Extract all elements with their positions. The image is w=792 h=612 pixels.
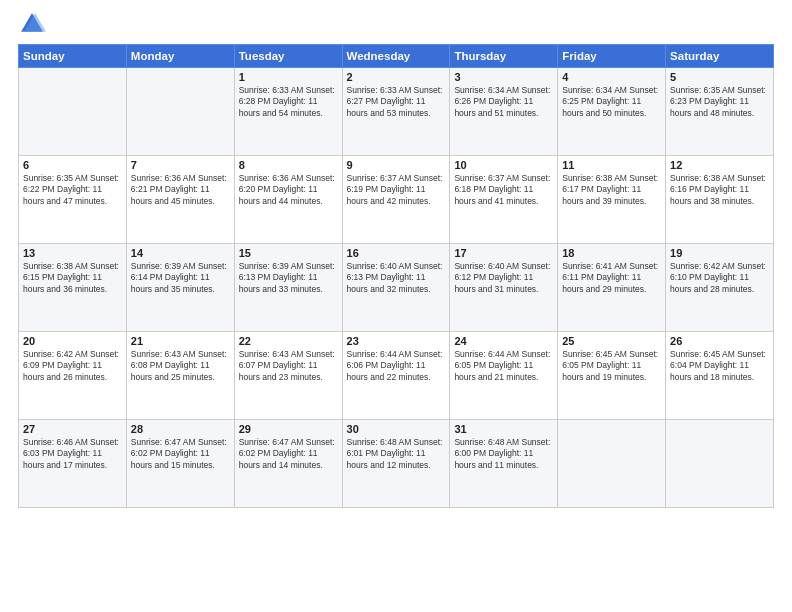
day-number: 30 [347, 423, 446, 435]
day-detail: Sunrise: 6:47 AM Sunset: 6:02 PM Dayligh… [131, 437, 230, 471]
cell-w3-d4: 16Sunrise: 6:40 AM Sunset: 6:13 PM Dayli… [342, 244, 450, 332]
day-number: 11 [562, 159, 661, 171]
day-number: 26 [670, 335, 769, 347]
cell-w5-d4: 30Sunrise: 6:48 AM Sunset: 6:01 PM Dayli… [342, 420, 450, 508]
cell-w5-d6 [558, 420, 666, 508]
day-number: 23 [347, 335, 446, 347]
cell-w3-d1: 13Sunrise: 6:38 AM Sunset: 6:15 PM Dayli… [19, 244, 127, 332]
day-detail: Sunrise: 6:34 AM Sunset: 6:26 PM Dayligh… [454, 85, 553, 119]
cell-w5-d1: 27Sunrise: 6:46 AM Sunset: 6:03 PM Dayli… [19, 420, 127, 508]
day-number: 8 [239, 159, 338, 171]
day-number: 20 [23, 335, 122, 347]
day-detail: Sunrise: 6:35 AM Sunset: 6:23 PM Dayligh… [670, 85, 769, 119]
col-header-thursday: Thursday [450, 45, 558, 68]
day-detail: Sunrise: 6:42 AM Sunset: 6:09 PM Dayligh… [23, 349, 122, 383]
day-number: 14 [131, 247, 230, 259]
day-detail: Sunrise: 6:40 AM Sunset: 6:12 PM Dayligh… [454, 261, 553, 295]
cell-w2-d5: 10Sunrise: 6:37 AM Sunset: 6:18 PM Dayli… [450, 156, 558, 244]
day-detail: Sunrise: 6:36 AM Sunset: 6:20 PM Dayligh… [239, 173, 338, 207]
cell-w1-d3: 1Sunrise: 6:33 AM Sunset: 6:28 PM Daylig… [234, 68, 342, 156]
cell-w3-d6: 18Sunrise: 6:41 AM Sunset: 6:11 PM Dayli… [558, 244, 666, 332]
cell-w4-d4: 23Sunrise: 6:44 AM Sunset: 6:06 PM Dayli… [342, 332, 450, 420]
header [18, 10, 774, 38]
day-number: 5 [670, 71, 769, 83]
day-number: 1 [239, 71, 338, 83]
day-detail: Sunrise: 6:36 AM Sunset: 6:21 PM Dayligh… [131, 173, 230, 207]
day-number: 21 [131, 335, 230, 347]
day-number: 15 [239, 247, 338, 259]
week-row-1: 1Sunrise: 6:33 AM Sunset: 6:28 PM Daylig… [19, 68, 774, 156]
calendar-table: SundayMondayTuesdayWednesdayThursdayFrid… [18, 44, 774, 508]
day-number: 17 [454, 247, 553, 259]
day-detail: Sunrise: 6:34 AM Sunset: 6:25 PM Dayligh… [562, 85, 661, 119]
cell-w2-d7: 12Sunrise: 6:38 AM Sunset: 6:16 PM Dayli… [666, 156, 774, 244]
col-header-friday: Friday [558, 45, 666, 68]
day-number: 29 [239, 423, 338, 435]
day-number: 4 [562, 71, 661, 83]
cell-w5-d3: 29Sunrise: 6:47 AM Sunset: 6:02 PM Dayli… [234, 420, 342, 508]
cell-w1-d5: 3Sunrise: 6:34 AM Sunset: 6:26 PM Daylig… [450, 68, 558, 156]
day-number: 12 [670, 159, 769, 171]
day-detail: Sunrise: 6:33 AM Sunset: 6:27 PM Dayligh… [347, 85, 446, 119]
header-row: SundayMondayTuesdayWednesdayThursdayFrid… [19, 45, 774, 68]
cell-w2-d4: 9Sunrise: 6:37 AM Sunset: 6:19 PM Daylig… [342, 156, 450, 244]
week-row-5: 27Sunrise: 6:46 AM Sunset: 6:03 PM Dayli… [19, 420, 774, 508]
day-detail: Sunrise: 6:39 AM Sunset: 6:13 PM Dayligh… [239, 261, 338, 295]
day-detail: Sunrise: 6:47 AM Sunset: 6:02 PM Dayligh… [239, 437, 338, 471]
col-header-saturday: Saturday [666, 45, 774, 68]
day-number: 9 [347, 159, 446, 171]
cell-w1-d1 [19, 68, 127, 156]
cell-w4-d5: 24Sunrise: 6:44 AM Sunset: 6:05 PM Dayli… [450, 332, 558, 420]
day-number: 3 [454, 71, 553, 83]
col-header-wednesday: Wednesday [342, 45, 450, 68]
day-detail: Sunrise: 6:44 AM Sunset: 6:06 PM Dayligh… [347, 349, 446, 383]
day-detail: Sunrise: 6:45 AM Sunset: 6:05 PM Dayligh… [562, 349, 661, 383]
day-detail: Sunrise: 6:43 AM Sunset: 6:08 PM Dayligh… [131, 349, 230, 383]
cell-w3-d7: 19Sunrise: 6:42 AM Sunset: 6:10 PM Dayli… [666, 244, 774, 332]
day-detail: Sunrise: 6:48 AM Sunset: 6:01 PM Dayligh… [347, 437, 446, 471]
col-header-tuesday: Tuesday [234, 45, 342, 68]
day-detail: Sunrise: 6:46 AM Sunset: 6:03 PM Dayligh… [23, 437, 122, 471]
week-row-4: 20Sunrise: 6:42 AM Sunset: 6:09 PM Dayli… [19, 332, 774, 420]
cell-w5-d2: 28Sunrise: 6:47 AM Sunset: 6:02 PM Dayli… [126, 420, 234, 508]
col-header-sunday: Sunday [19, 45, 127, 68]
col-header-monday: Monday [126, 45, 234, 68]
cell-w2-d6: 11Sunrise: 6:38 AM Sunset: 6:17 PM Dayli… [558, 156, 666, 244]
day-detail: Sunrise: 6:38 AM Sunset: 6:16 PM Dayligh… [670, 173, 769, 207]
day-detail: Sunrise: 6:41 AM Sunset: 6:11 PM Dayligh… [562, 261, 661, 295]
day-detail: Sunrise: 6:38 AM Sunset: 6:17 PM Dayligh… [562, 173, 661, 207]
cell-w2-d1: 6Sunrise: 6:35 AM Sunset: 6:22 PM Daylig… [19, 156, 127, 244]
day-detail: Sunrise: 6:33 AM Sunset: 6:28 PM Dayligh… [239, 85, 338, 119]
cell-w1-d7: 5Sunrise: 6:35 AM Sunset: 6:23 PM Daylig… [666, 68, 774, 156]
day-detail: Sunrise: 6:37 AM Sunset: 6:18 PM Dayligh… [454, 173, 553, 207]
day-number: 24 [454, 335, 553, 347]
day-number: 10 [454, 159, 553, 171]
day-number: 27 [23, 423, 122, 435]
week-row-3: 13Sunrise: 6:38 AM Sunset: 6:15 PM Dayli… [19, 244, 774, 332]
cell-w2-d3: 8Sunrise: 6:36 AM Sunset: 6:20 PM Daylig… [234, 156, 342, 244]
cell-w3-d3: 15Sunrise: 6:39 AM Sunset: 6:13 PM Dayli… [234, 244, 342, 332]
logo [18, 10, 50, 38]
cell-w2-d2: 7Sunrise: 6:36 AM Sunset: 6:21 PM Daylig… [126, 156, 234, 244]
cell-w3-d2: 14Sunrise: 6:39 AM Sunset: 6:14 PM Dayli… [126, 244, 234, 332]
day-detail: Sunrise: 6:45 AM Sunset: 6:04 PM Dayligh… [670, 349, 769, 383]
day-number: 7 [131, 159, 230, 171]
logo-icon [18, 10, 46, 38]
day-detail: Sunrise: 6:35 AM Sunset: 6:22 PM Dayligh… [23, 173, 122, 207]
cell-w4-d6: 25Sunrise: 6:45 AM Sunset: 6:05 PM Dayli… [558, 332, 666, 420]
cell-w4-d2: 21Sunrise: 6:43 AM Sunset: 6:08 PM Dayli… [126, 332, 234, 420]
day-detail: Sunrise: 6:40 AM Sunset: 6:13 PM Dayligh… [347, 261, 446, 295]
day-number: 31 [454, 423, 553, 435]
cell-w5-d5: 31Sunrise: 6:48 AM Sunset: 6:00 PM Dayli… [450, 420, 558, 508]
day-detail: Sunrise: 6:44 AM Sunset: 6:05 PM Dayligh… [454, 349, 553, 383]
week-row-2: 6Sunrise: 6:35 AM Sunset: 6:22 PM Daylig… [19, 156, 774, 244]
cell-w4-d3: 22Sunrise: 6:43 AM Sunset: 6:07 PM Dayli… [234, 332, 342, 420]
day-number: 16 [347, 247, 446, 259]
day-detail: Sunrise: 6:37 AM Sunset: 6:19 PM Dayligh… [347, 173, 446, 207]
day-number: 13 [23, 247, 122, 259]
page: SundayMondayTuesdayWednesdayThursdayFrid… [0, 0, 792, 612]
day-detail: Sunrise: 6:39 AM Sunset: 6:14 PM Dayligh… [131, 261, 230, 295]
day-number: 2 [347, 71, 446, 83]
day-number: 6 [23, 159, 122, 171]
day-number: 19 [670, 247, 769, 259]
